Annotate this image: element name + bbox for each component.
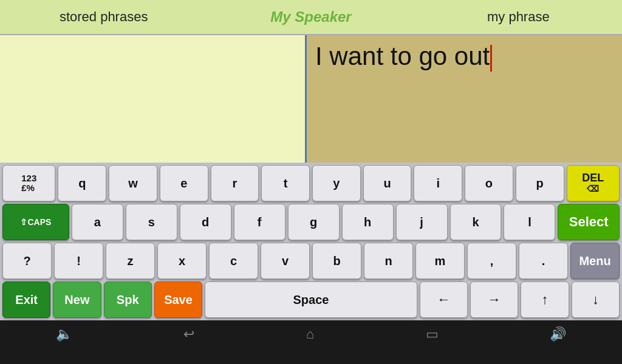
key-s[interactable]: s [126, 204, 177, 240]
key-arrow-right[interactable]: → [470, 281, 518, 318]
key-a[interactable]: a [72, 204, 123, 240]
stored-phrases-panel [0, 35, 307, 163]
key-j[interactable]: j [396, 204, 448, 240]
nav-recents-icon[interactable]: ▭ [426, 326, 439, 342]
key-select[interactable]: Select [558, 204, 620, 240]
key-r[interactable]: r [211, 165, 259, 201]
key-space[interactable]: Space [205, 281, 417, 318]
keyboard-row-3: ? ! z x c v b n m , . Menu [2, 243, 620, 279]
key-l[interactable]: l [504, 204, 555, 240]
my-phrase-panel[interactable]: I want to go out [307, 35, 622, 163]
key-y[interactable]: y [312, 165, 361, 201]
key-n[interactable]: n [364, 243, 413, 279]
top-bar: stored phrases My Speaker my phrase [0, 0, 622, 35]
keyboard-row-4: Exit New Spk Save Space ← → ↑ ↓ [2, 281, 620, 318]
key-g[interactable]: g [288, 204, 340, 240]
key-question[interactable]: ? [2, 243, 52, 279]
my-phrase-label: my phrase [415, 9, 622, 25]
key-i[interactable]: i [414, 165, 462, 201]
key-u[interactable]: u [363, 165, 412, 201]
key-v[interactable]: v [261, 243, 310, 279]
key-b[interactable]: b [312, 243, 361, 279]
key-w[interactable]: w [109, 165, 157, 201]
key-m[interactable]: m [415, 243, 465, 279]
key-z[interactable]: z [106, 243, 155, 279]
key-arrow-left[interactable]: ← [420, 281, 468, 318]
key-e[interactable]: e [160, 165, 208, 201]
app-title: My Speaker [207, 8, 414, 25]
key-o[interactable]: o [465, 165, 513, 201]
nav-back-icon[interactable]: ↩ [183, 326, 194, 342]
key-exit[interactable]: Exit [2, 281, 50, 318]
key-new[interactable]: New [53, 281, 101, 318]
key-q[interactable]: q [58, 165, 106, 201]
phrase-text: I want to go out [315, 41, 613, 72]
keyboard-row-2: ⇧CAPS a s d f g h j k l Select [2, 204, 620, 240]
text-cursor [490, 45, 492, 72]
key-arrow-down[interactable]: ↓ [572, 281, 620, 318]
key-comma[interactable]: , [467, 243, 516, 279]
key-d[interactable]: d [180, 204, 231, 240]
key-save[interactable]: Save [154, 281, 202, 318]
key-exclaim[interactable]: ! [54, 243, 103, 279]
keyboard-row-1: 123 £% q w e r t y u i o p DEL ⌫ [2, 165, 620, 201]
key-period[interactable]: . [519, 243, 568, 279]
key-h[interactable]: h [342, 204, 394, 240]
key-t[interactable]: t [261, 165, 310, 201]
key-c[interactable]: c [209, 243, 258, 279]
key-x[interactable]: x [157, 243, 207, 279]
key-p[interactable]: p [516, 165, 564, 201]
keyboard: 123 £% q w e r t y u i o p DEL ⌫ ⇧CAPS a… [0, 163, 622, 320]
key-caps[interactable]: ⇧CAPS [2, 204, 69, 240]
stored-phrases-label: stored phrases [0, 9, 207, 25]
nav-home-icon[interactable]: ⌂ [306, 326, 314, 342]
content-area: I want to go out [0, 35, 622, 163]
phrase-content: I want to go out [315, 42, 490, 70]
key-123[interactable]: 123 £% [2, 165, 55, 201]
key-f[interactable]: f [234, 204, 285, 240]
key-del[interactable]: DEL ⌫ [567, 165, 620, 201]
key-k[interactable]: k [450, 204, 502, 240]
key-arrow-up[interactable]: ↑ [521, 281, 569, 318]
nav-volume-up-icon[interactable]: 🔊 [550, 326, 566, 342]
nav-volume-down-icon[interactable]: 🔈 [56, 326, 72, 342]
key-spk[interactable]: Spk [104, 281, 152, 318]
key-menu[interactable]: Menu [570, 243, 620, 279]
nav-bar: 🔈 ↩ ⌂ ▭ 🔊 [0, 320, 622, 348]
